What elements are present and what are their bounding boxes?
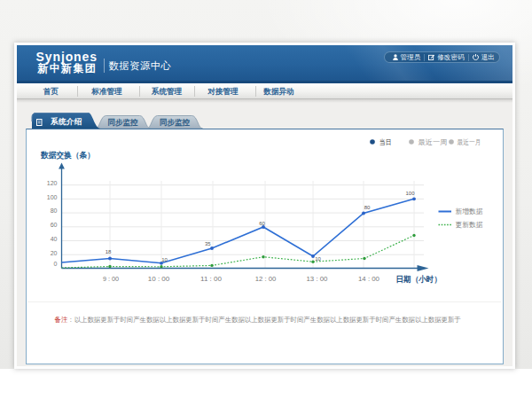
svg-text:同步监控: 同步监控 xyxy=(159,118,190,127)
svg-text:同步监控: 同步监控 xyxy=(107,118,138,127)
svg-text:系统介绍: 系统介绍 xyxy=(50,117,82,126)
